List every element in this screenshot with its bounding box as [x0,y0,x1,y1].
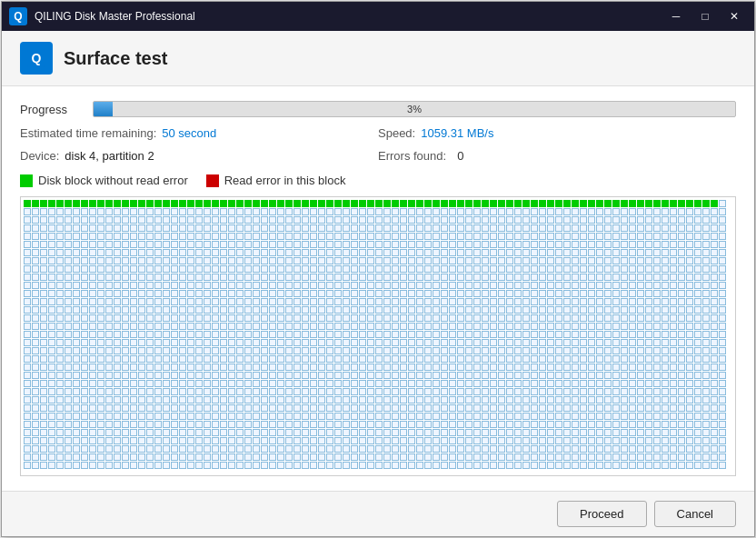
cancel-button[interactable]: Cancel [654,501,736,527]
app-logo-icon: Q [9,7,27,25]
minimize-button[interactable]: ─ [663,7,689,25]
device-label: Device: [20,149,59,163]
time-stat: Estimated time remaining: 50 second [20,126,378,140]
stats-row: Estimated time remaining: 50 second Spee… [20,126,736,140]
progress-row: Progress 3% [20,101,736,117]
progress-label: Progress [20,103,84,116]
device-row: Device: disk 4, partition 2 Errors found… [20,149,736,163]
header-bar: Q Surface test [2,31,754,86]
time-value: 50 second [162,126,216,140]
svg-text:Q: Q [32,51,42,65]
blocks-canvas [21,197,735,475]
legend-good-label: Disk block without read error [38,174,188,187]
speed-value: 1059.31 MB/s [421,126,493,140]
speed-label: Speed: [378,126,415,140]
good-color-icon [20,174,33,187]
blocks-area [20,196,736,476]
maximize-button[interactable]: □ [692,7,718,25]
legend-bad: Read error in this block [206,174,346,187]
legend-good: Disk block without read error [20,174,188,187]
speed-stat: Speed: 1059.31 MB/s [378,126,736,140]
content-area: Progress 3% Estimated time remaining: 50… [2,86,754,491]
page-title: Surface test [64,48,168,69]
proceed-button[interactable]: Proceed [557,501,646,527]
errors-value: 0 [457,149,463,163]
legend-bad-label: Read error in this block [224,174,346,187]
progress-bar: 3% [93,101,736,117]
footer: Proceed Cancel [2,491,754,536]
app-title: QILING Disk Master Professional [35,10,663,23]
close-button[interactable]: ✕ [721,7,747,25]
device-info: Device: disk 4, partition 2 [20,149,378,163]
legend-row: Disk block without read error Read error… [20,174,736,187]
errors-label: Errors found: [378,149,446,163]
titlebar: Q QILING Disk Master Professional ─ □ ✕ [2,2,754,31]
progress-fill [94,102,113,116]
header-icon: Q [20,42,53,75]
titlebar-controls: ─ □ ✕ [663,7,747,25]
device-value: disk 4, partition 2 [65,149,154,163]
app-window: Q QILING Disk Master Professional ─ □ ✕ … [1,1,755,537]
bad-color-icon [206,174,219,187]
progress-percent: 3% [407,104,422,115]
errors-info: Errors found: 0 [378,149,736,163]
time-label: Estimated time remaining: [20,126,156,140]
